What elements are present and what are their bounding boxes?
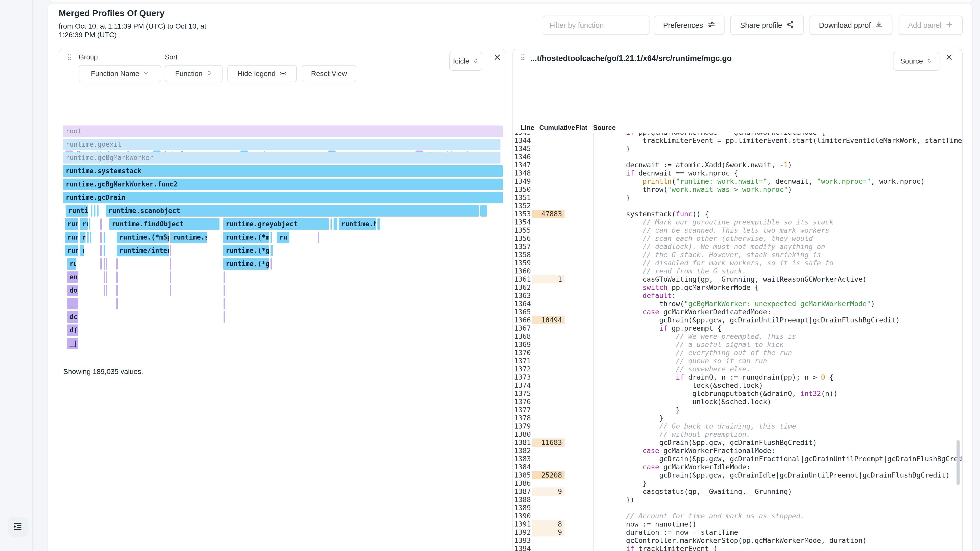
flame-segment[interactable] xyxy=(90,232,91,243)
flame-segment[interactable]: runtime.goexit xyxy=(63,139,501,150)
flame-segment[interactable] xyxy=(270,232,272,243)
flame-segment[interactable] xyxy=(94,205,95,217)
line-number: 1383 xyxy=(513,455,531,463)
flame-segment[interactable]: runtime.sp xyxy=(170,232,207,243)
sort-select[interactable]: Function xyxy=(165,65,223,83)
close-source-panel-button[interactable] xyxy=(945,53,953,62)
flame-segment[interactable]: ru xyxy=(80,218,88,230)
source-line: 136610494 gcDrain(&pp.gcw, gcDrainUntilP… xyxy=(513,316,962,324)
flame-segment[interactable]: root xyxy=(63,125,503,137)
download-pprof-button[interactable]: Download pprof xyxy=(810,16,892,35)
flame-segment[interactable] xyxy=(103,245,105,256)
flame-segment[interactable] xyxy=(480,205,487,217)
flame-segment[interactable] xyxy=(106,272,107,283)
source-mode-select[interactable]: Source xyxy=(893,52,939,71)
flame-segment[interactable] xyxy=(116,258,118,270)
code-text: // deadlock). We must not modify anythin… xyxy=(593,243,962,251)
flame-segment[interactable]: r xyxy=(334,218,338,230)
flame-segment[interactable] xyxy=(170,285,171,296)
add-panel-button[interactable]: Add panel xyxy=(899,16,963,35)
hide-legend-button[interactable]: Hide legend xyxy=(228,65,297,83)
plus-icon xyxy=(945,21,953,30)
group-select[interactable]: Function Name xyxy=(79,65,161,83)
line-number: 1369 xyxy=(513,341,531,349)
flame-segment[interactable] xyxy=(100,245,102,256)
flame-segment[interactable] xyxy=(100,232,102,243)
column-line: Line xyxy=(520,124,534,132)
flame-segment[interactable] xyxy=(91,205,92,217)
flame-segment[interactable] xyxy=(103,232,105,243)
flame-segment[interactable] xyxy=(224,311,225,323)
collapse-sidebar-button[interactable] xyxy=(8,517,27,537)
flame-segment[interactable] xyxy=(170,272,171,283)
flame-segment[interactable]: runtim xyxy=(65,205,88,217)
flame-segment[interactable]: runtime.systemstack xyxy=(63,165,503,177)
flame-segment[interactable] xyxy=(224,298,225,310)
flame-segment[interactable]: runtime.scanobject xyxy=(106,205,479,217)
flame-segment[interactable] xyxy=(116,272,118,283)
preferences-button[interactable]: Preferences xyxy=(654,16,724,35)
flame-segment[interactable]: d( xyxy=(67,324,79,336)
flame-segment[interactable]: r xyxy=(80,245,84,256)
flame-segment[interactable]: runtime.(*gcBit xyxy=(223,245,269,256)
flame-segment[interactable] xyxy=(106,285,107,296)
flame-segment[interactable]: runtime.(*gcBi xyxy=(223,258,269,270)
flame-segment[interactable] xyxy=(87,232,89,243)
close-flame-panel-button[interactable] xyxy=(493,53,502,62)
share-profile-button[interactable]: Share profile xyxy=(730,16,804,35)
source-scrollbar[interactable] xyxy=(956,440,959,485)
line-number: 1357 xyxy=(513,243,531,251)
flame-segment[interactable]: runtime.gcBgMarkWorker xyxy=(63,152,501,164)
flame-segment[interactable] xyxy=(270,258,272,270)
flame-segment[interactable]: dc xyxy=(67,311,79,323)
flame-segment[interactable]: runtime.(*mSp xyxy=(117,232,169,243)
flame-segment[interactable]: run xyxy=(65,232,78,243)
flame-segment[interactable] xyxy=(100,218,102,230)
flame-segment[interactable] xyxy=(331,218,332,230)
flame-segment[interactable] xyxy=(270,245,273,256)
flat-value xyxy=(565,528,593,537)
flame-segment[interactable]: runtime.h xyxy=(339,218,376,230)
flame-segment[interactable] xyxy=(377,218,380,230)
flame-segment[interactable] xyxy=(104,258,105,270)
flame-segment[interactable]: runtime.gcBgMarkWorker.func2 xyxy=(63,179,503,190)
reset-view-button[interactable]: Reset View xyxy=(302,65,356,83)
flame-segment[interactable]: runtime.gcDrain xyxy=(63,192,503,203)
flame-segment[interactable]: runtime.(*mspan xyxy=(223,232,269,243)
flame-segment[interactable]: ru xyxy=(67,258,76,270)
flame-segment[interactable] xyxy=(224,285,225,296)
code-text: // everything out of the run xyxy=(593,349,962,357)
cumulative-value xyxy=(532,251,565,259)
flame-segment[interactable]: runtime.findObject xyxy=(109,218,220,230)
flame-segment[interactable]: en xyxy=(67,272,79,283)
filter-input[interactable] xyxy=(543,16,649,35)
flame-segment[interactable] xyxy=(100,258,102,270)
flame-segment[interactable] xyxy=(104,272,105,283)
code-text: } xyxy=(593,406,962,414)
flame-segment[interactable] xyxy=(318,232,319,243)
flame-segment[interactable] xyxy=(170,245,171,256)
panel-drag-handle[interactable] xyxy=(65,53,73,61)
flame-segment[interactable]: _] xyxy=(67,338,79,349)
cumulative-value xyxy=(532,226,565,234)
flat-value xyxy=(565,251,593,259)
flame-segment[interactable]: r xyxy=(80,232,85,243)
flame-segment[interactable]: runtime/inter xyxy=(117,245,169,256)
flame-segment[interactable]: runtime.greyobject xyxy=(223,218,329,230)
view-mode-select[interactable]: Icicle xyxy=(449,52,482,71)
flame-segment[interactable] xyxy=(97,205,99,217)
flame-segment[interactable]: do xyxy=(67,285,79,296)
panel-drag-handle[interactable] xyxy=(519,53,527,61)
flame-segment[interactable] xyxy=(104,285,105,296)
flame-segment[interactable]: _ xyxy=(67,298,79,310)
flame-segment[interactable] xyxy=(224,272,225,283)
flame-segment[interactable]: ru xyxy=(277,232,290,243)
flame-segment[interactable] xyxy=(116,298,118,310)
flame-segment[interactable] xyxy=(170,258,171,270)
flame-segment[interactable] xyxy=(116,285,118,296)
flame-segment[interactable] xyxy=(89,218,90,230)
flame-segment[interactable]: run xyxy=(65,245,78,256)
cumulative-value xyxy=(532,267,565,275)
flame-segment[interactable]: run xyxy=(65,218,78,230)
flame-segment[interactable] xyxy=(106,258,107,270)
